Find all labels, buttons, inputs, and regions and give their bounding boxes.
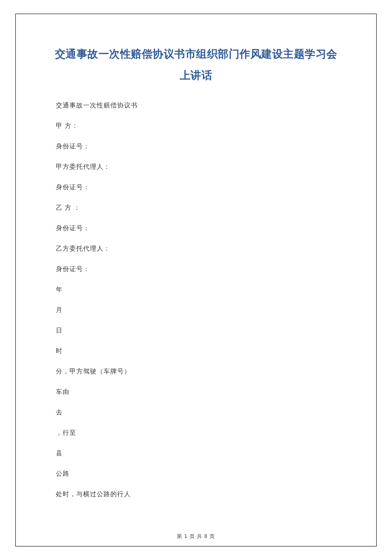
body-line: 甲 方： xyxy=(40,121,352,131)
page-footer: 第 1 页 共 8 页 xyxy=(16,533,376,540)
body-line: 年 xyxy=(40,284,352,295)
body-line: 月 xyxy=(40,305,352,315)
body-line: 处时，与横过公路的行人 xyxy=(40,489,352,499)
footer-suffix: 页 xyxy=(208,533,215,539)
body-line: 交通事故一次性赔偿协议书 xyxy=(40,100,352,110)
footer-middle: 页 共 xyxy=(187,533,204,539)
page-wrap: 交通事故一次性赔偿协议书市组织部门作风建设主题学习会上讲话 交通事故一次性赔偿协… xyxy=(0,0,392,555)
body-line: 时 xyxy=(40,346,352,356)
document-title: 交通事故一次性赔偿协议书市组织部门作风建设主题学习会上讲话 xyxy=(53,43,339,86)
body-line: 身份证号： xyxy=(40,223,352,233)
body-line: 身份证号： xyxy=(40,264,352,274)
body-line: 车由 xyxy=(40,387,352,397)
body-line: 身份证号： xyxy=(40,141,352,151)
body-line: 身份证号： xyxy=(40,182,352,192)
page-border: 交通事故一次性赔偿协议书市组织部门作风建设主题学习会上讲话 交通事故一次性赔偿协… xyxy=(15,14,377,546)
body-line: 分，甲方驾驶（车牌号） xyxy=(40,366,352,376)
body-line: ，行至 xyxy=(40,428,352,438)
body-line: 乙 方 ： xyxy=(40,202,352,213)
body-line: 甲方委托代理人： xyxy=(40,162,352,172)
body-line: 乙方委托代理人： xyxy=(40,243,352,254)
body-line: 去 xyxy=(40,407,352,417)
body-line: 县 xyxy=(40,448,352,458)
footer-prefix: 第 xyxy=(177,533,184,539)
body-line: 日 xyxy=(40,325,352,335)
body-line: 公路 xyxy=(40,468,352,479)
